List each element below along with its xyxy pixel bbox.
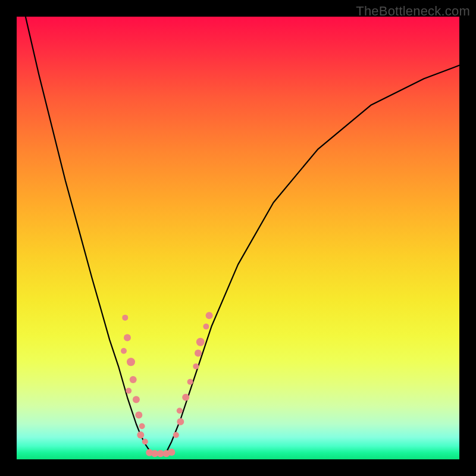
data-dot bbox=[177, 408, 183, 414]
data-dot bbox=[133, 396, 140, 403]
data-dot bbox=[124, 334, 131, 341]
chart-plot-area bbox=[17, 17, 459, 459]
data-dot bbox=[126, 388, 131, 394]
data-dot bbox=[182, 394, 189, 401]
curve-group bbox=[26, 17, 459, 454]
data-dot bbox=[168, 449, 175, 456]
watermark-text: TheBottleneck.com bbox=[356, 4, 470, 19]
data-dot bbox=[193, 364, 199, 369]
data-dot bbox=[122, 315, 128, 321]
data-dot bbox=[135, 412, 142, 419]
data-dot bbox=[142, 439, 148, 444]
curve-right-branch bbox=[163, 65, 460, 454]
data-dot bbox=[195, 349, 202, 356]
dots-group bbox=[121, 312, 213, 457]
data-dot bbox=[127, 358, 135, 366]
data-dot bbox=[203, 324, 209, 330]
data-dot bbox=[121, 348, 127, 354]
curve-left-branch bbox=[26, 17, 158, 454]
data-dot bbox=[177, 418, 184, 425]
data-dot bbox=[187, 379, 193, 385]
data-dot bbox=[173, 432, 179, 438]
data-dot bbox=[130, 376, 137, 383]
data-dot bbox=[196, 338, 205, 346]
chart-svg bbox=[17, 17, 459, 459]
data-dot bbox=[139, 423, 145, 429]
data-dot bbox=[137, 431, 144, 439]
data-dot bbox=[206, 312, 213, 319]
